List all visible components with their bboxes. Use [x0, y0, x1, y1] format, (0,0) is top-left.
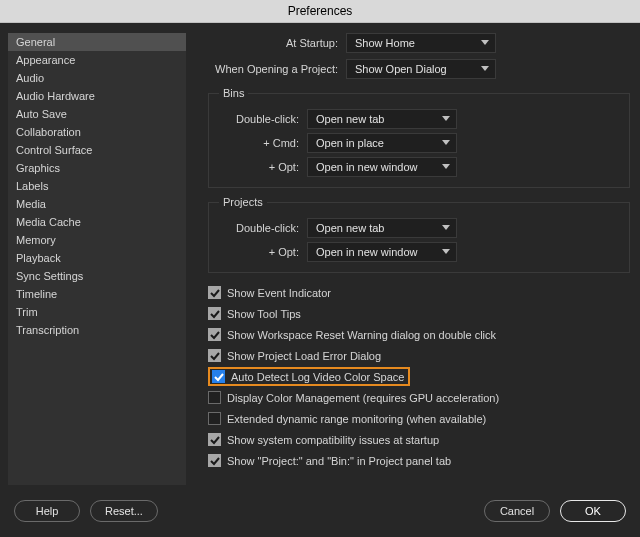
sidebar-item-graphics[interactable]: Graphics — [8, 159, 186, 177]
checkbox-label: Show Workspace Reset Warning dialog on d… — [227, 329, 496, 341]
startup-row: At Startup: Show Home — [208, 33, 630, 53]
projects-opt-label: + Opt: — [219, 246, 299, 258]
startup-value: Show Home — [355, 37, 415, 49]
sidebar-item-transcription[interactable]: Transcription — [8, 321, 186, 339]
bins-cmd-label: + Cmd: — [219, 137, 299, 149]
checkbox-label: Show Project Load Error Dialog — [227, 350, 381, 362]
checkbox[interactable] — [208, 391, 221, 404]
ok-button[interactable]: OK — [560, 500, 626, 522]
checkbox-label: Display Color Management (requires GPU a… — [227, 392, 499, 404]
check-icon — [210, 330, 220, 340]
sidebar-item-timeline[interactable]: Timeline — [8, 285, 186, 303]
chevron-down-icon — [442, 163, 450, 171]
preferences-window: Preferences GeneralAppearanceAudioAudio … — [0, 0, 640, 537]
checkbox[interactable] — [208, 349, 221, 362]
checkbox-label: Show Event Indicator — [227, 287, 331, 299]
check-icon — [210, 288, 220, 298]
sidebar-item-collaboration[interactable]: Collaboration — [8, 123, 186, 141]
startup-label: At Startup: — [208, 37, 338, 49]
check-icon — [210, 456, 220, 466]
projects-opt-select[interactable]: Open in new window — [307, 242, 457, 262]
chevron-down-icon — [442, 139, 450, 147]
sidebar-item-control-surface[interactable]: Control Surface — [8, 141, 186, 159]
svg-marker-3 — [442, 140, 450, 145]
projects-opt-value: Open in new window — [316, 246, 418, 258]
checkbox-label: Auto Detect Log Video Color Space — [231, 371, 404, 383]
sidebar-item-trim[interactable]: Trim — [8, 303, 186, 321]
sidebar-item-auto-save[interactable]: Auto Save — [8, 105, 186, 123]
check-row: Show Event Indicator — [208, 283, 630, 302]
sidebar-item-playback[interactable]: Playback — [8, 249, 186, 267]
bins-opt-value: Open in new window — [316, 161, 418, 173]
bins-legend: Bins — [219, 87, 248, 99]
open-project-label: When Opening a Project: — [208, 63, 338, 75]
sidebar-item-audio[interactable]: Audio — [8, 69, 186, 87]
footer: Help Reset... Cancel OK — [0, 491, 640, 537]
highlighted-option: Auto Detect Log Video Color Space — [208, 367, 410, 386]
check-icon — [210, 435, 220, 445]
check-row: Display Color Management (requires GPU a… — [208, 388, 630, 407]
chevron-down-icon — [442, 115, 450, 123]
check-row: Show Project Load Error Dialog — [208, 346, 630, 365]
sidebar-item-audio-hardware[interactable]: Audio Hardware — [8, 87, 186, 105]
checkbox-list: Show Event IndicatorShow Tool TipsShow W… — [208, 283, 630, 470]
check-row: Show system compatibility issues at star… — [208, 430, 630, 449]
bins-opt-label: + Opt: — [219, 161, 299, 173]
sidebar-item-labels[interactable]: Labels — [8, 177, 186, 195]
sidebar-item-media-cache[interactable]: Media Cache — [8, 213, 186, 231]
check-row: Show "Project:" and "Bin:" in Project pa… — [208, 451, 630, 470]
checkbox[interactable] — [208, 328, 221, 341]
checkbox-label: Extended dynamic range monitoring (when … — [227, 413, 486, 425]
checkbox-label: Show system compatibility issues at star… — [227, 434, 439, 446]
projects-group: Projects Double-click: Open new tab + Op… — [208, 196, 630, 273]
bins-group: Bins Double-click: Open new tab + Cmd: O… — [208, 87, 630, 188]
checkbox[interactable] — [212, 370, 225, 383]
sidebar-item-sync-settings[interactable]: Sync Settings — [8, 267, 186, 285]
bins-doubleclick-select[interactable]: Open new tab — [307, 109, 457, 129]
svg-marker-5 — [442, 225, 450, 230]
checkbox[interactable] — [208, 454, 221, 467]
checkbox[interactable] — [208, 286, 221, 299]
bins-doubleclick-label: Double-click: — [219, 113, 299, 125]
svg-marker-1 — [481, 66, 489, 71]
reset-button[interactable]: Reset... — [90, 500, 158, 522]
bins-opt-select[interactable]: Open in new window — [307, 157, 457, 177]
check-row: Extended dynamic range monitoring (when … — [208, 409, 630, 428]
open-project-row: When Opening a Project: Show Open Dialog — [208, 59, 630, 79]
checkbox[interactable] — [208, 307, 221, 320]
open-project-select[interactable]: Show Open Dialog — [346, 59, 496, 79]
help-button[interactable]: Help — [14, 500, 80, 522]
check-row: Show Workspace Reset Warning dialog on d… — [208, 325, 630, 344]
checkbox[interactable] — [208, 412, 221, 425]
sidebar-item-memory[interactable]: Memory — [8, 231, 186, 249]
checkbox[interactable] — [208, 433, 221, 446]
sidebar-item-media[interactable]: Media — [8, 195, 186, 213]
bins-cmd-value: Open in place — [316, 137, 384, 149]
check-icon — [210, 309, 220, 319]
sidebar: GeneralAppearanceAudioAudio HardwareAuto… — [8, 33, 186, 485]
projects-doubleclick-value: Open new tab — [316, 222, 385, 234]
bins-cmd-select[interactable]: Open in place — [307, 133, 457, 153]
projects-doubleclick-label: Double-click: — [219, 222, 299, 234]
check-icon — [214, 372, 224, 382]
open-project-value: Show Open Dialog — [355, 63, 447, 75]
svg-marker-6 — [442, 249, 450, 254]
main-panel: At Startup: Show Home When Opening a Pro… — [192, 33, 630, 485]
svg-marker-2 — [442, 116, 450, 121]
chevron-down-icon — [481, 39, 489, 47]
projects-legend: Projects — [219, 196, 267, 208]
check-row: Show Tool Tips — [208, 304, 630, 323]
check-icon — [210, 351, 220, 361]
checkbox-label: Show "Project:" and "Bin:" in Project pa… — [227, 455, 451, 467]
projects-doubleclick-select[interactable]: Open new tab — [307, 218, 457, 238]
window-title: Preferences — [0, 0, 640, 23]
sidebar-item-appearance[interactable]: Appearance — [8, 51, 186, 69]
chevron-down-icon — [442, 224, 450, 232]
svg-marker-0 — [481, 40, 489, 45]
cancel-button[interactable]: Cancel — [484, 500, 550, 522]
startup-select[interactable]: Show Home — [346, 33, 496, 53]
sidebar-item-general[interactable]: General — [8, 33, 186, 51]
svg-marker-4 — [442, 164, 450, 169]
checkbox-label: Show Tool Tips — [227, 308, 301, 320]
chevron-down-icon — [442, 248, 450, 256]
